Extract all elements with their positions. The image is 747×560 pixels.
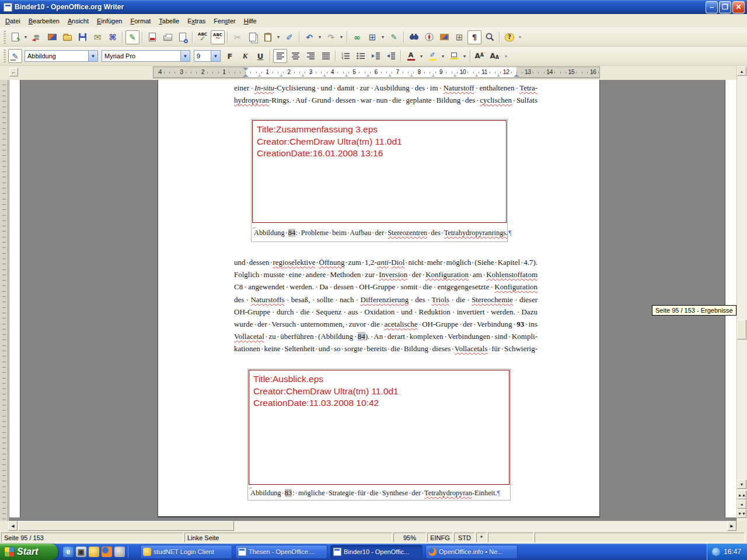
maximize-button[interactable]: ❐ (719, 1, 731, 13)
status-selection-mode-field[interactable]: STD (454, 533, 475, 542)
indent-marker-bottom[interactable] (243, 74, 249, 77)
document-page[interactable]: einer · In-situ-Cyclisierung · und · dam… (158, 80, 600, 517)
status-page-style-field[interactable]: Linke Seite (184, 533, 392, 542)
help-icon[interactable]: ? (502, 30, 516, 44)
menu-einfgen[interactable]: Einfügen (93, 15, 126, 27)
open-icon[interactable] (60, 30, 74, 44)
find-replace-icon[interactable] (407, 30, 421, 44)
edit-file-icon[interactable]: ✎ (125, 30, 139, 44)
task-button-thesen[interactable]: Thesen - OpenOffice.... (235, 545, 327, 559)
toolbar-overflow-icon[interactable]: » (517, 30, 523, 44)
eps-placeholder[interactable]: Title:Zusammenfassung 3.epsCreator:ChemD… (252, 120, 507, 223)
zoom-icon[interactable] (483, 30, 497, 44)
close-button[interactable]: ✕ (732, 1, 745, 13)
combo-dropdown-icon[interactable]: ▼ (211, 51, 220, 61)
scroll-up-icon[interactable]: ▲ (737, 66, 746, 76)
app-icon[interactable] (114, 547, 125, 557)
scroll-right-icon[interactable]: ▶ (727, 521, 736, 531)
save-icon[interactable] (75, 30, 89, 44)
paste-icon[interactable] (261, 30, 275, 44)
bold-button[interactable]: F (223, 49, 237, 63)
studnet-icon[interactable] (89, 547, 99, 557)
task-button-studnet[interactable]: studNET Login Client (140, 545, 232, 559)
paragraph[interactable]: und · dessen · regioselektive · Öffnung … (234, 256, 537, 355)
decrease-indent-icon[interactable] (369, 49, 383, 63)
menu-hilfe[interactable]: Hilfe (240, 15, 261, 27)
auto-spellcheck-icon[interactable]: ABC~ (211, 30, 225, 44)
task-button-binder10[interactable]: Binder10 - OpenOffic... (330, 545, 423, 559)
right-indent-marker[interactable] (514, 74, 519, 77)
start-button[interactable]: Start (0, 544, 58, 560)
combo-dropdown-icon[interactable]: ▼ (88, 51, 97, 61)
figure-caption[interactable]: Abbildung · 83 : · mögliche · Strategie … (250, 489, 500, 498)
menu-tabelle[interactable]: Tabelle (155, 15, 183, 27)
toolbar-grip[interactable] (3, 31, 6, 44)
copy-icon[interactable] (246, 30, 260, 44)
figure-caption[interactable]: Abbildung · 84: · Probleme · beim · Aufb… (254, 229, 512, 237)
highlighting-icon[interactable]: ✐ (425, 49, 439, 63)
align-right-icon[interactable] (303, 49, 317, 63)
underline-button[interactable]: U (253, 49, 267, 63)
draw-functions-icon[interactable]: ✎ (387, 30, 401, 44)
email-icon[interactable]: ✉ (90, 30, 104, 44)
format-paintbrush-icon[interactable]: ✐ (282, 30, 296, 44)
show-desktop-icon[interactable]: ▣ (76, 547, 86, 557)
spellcheck-icon[interactable]: ABC✓ (196, 30, 210, 44)
bullet-list-icon[interactable] (354, 49, 368, 63)
toolbar-grip[interactable] (3, 50, 6, 62)
vertical-scroll-thumb[interactable] (737, 320, 746, 340)
formatting-marks-icon[interactable]: ¶ (467, 30, 481, 44)
gallery-icon[interactable] (437, 30, 451, 44)
scroll-left-icon[interactable]: ◀ (8, 521, 18, 531)
menu-bearbeiten[interactable]: Bearbeiten (25, 15, 64, 27)
increase-font-icon[interactable]: AA˄ (473, 49, 487, 63)
numbered-list-icon[interactable]: 123 (338, 49, 352, 63)
table-dropdown-icon[interactable]: ▾ (380, 30, 386, 44)
eps-placeholder[interactable]: Title:Ausblick.epsCreator:ChemDraw Ultra… (249, 370, 509, 485)
indent-marker-top[interactable] (243, 68, 249, 71)
internet-explorer-icon[interactable]: e (63, 547, 74, 557)
previous-page-icon[interactable]: ▲▲ (737, 490, 746, 499)
new-document-icon[interactable]: ✎ (8, 30, 22, 44)
decrease-font-icon[interactable]: AA˅ (488, 49, 502, 63)
justify-icon[interactable] (319, 49, 333, 63)
undo-icon[interactable]: ↶ (302, 30, 316, 44)
menu-extras[interactable]: Extras (183, 15, 210, 27)
toolbar-overflow-icon[interactable]: » (503, 49, 509, 63)
increase-indent-icon[interactable] (384, 49, 398, 63)
background-color-dropdown-icon[interactable]: ▾ (462, 49, 467, 63)
highlighting-dropdown-icon[interactable]: ▾ (440, 49, 446, 63)
next-page-icon[interactable]: ▼▼ (737, 509, 746, 518)
horizontal-scrollbar[interactable]: ◀ ▶ (8, 521, 736, 531)
horizontal-ruler[interactable]: 432112345678910111213141516⊥⊥⊥⊥⊥⊥⊥⊥⊥⊥⊥⊥ (153, 66, 600, 78)
undo-dropdown-icon[interactable]: ▾ (317, 30, 323, 44)
redo-dropdown-icon[interactable]: ▾ (338, 30, 344, 44)
tab-type-selector[interactable]: ⌐ (9, 68, 18, 76)
figure-frame[interactable]: Title:Ausblick.epsCreator:ChemDraw Ultra… (247, 369, 511, 501)
vertical-ruler[interactable] (0, 80, 8, 521)
redo-icon[interactable]: ↷ (324, 30, 338, 44)
print-icon[interactable] (160, 30, 174, 44)
menu-ansicht[interactable]: Ansicht (64, 15, 93, 27)
tray-status-icon[interactable] (712, 548, 720, 556)
new-document-dropdown-icon[interactable]: ▾ (23, 30, 29, 44)
styles-icon[interactable]: ✎ (8, 49, 22, 63)
horizontal-scroll-thumb[interactable] (18, 521, 234, 531)
export-pdf-icon[interactable] (145, 30, 159, 44)
figure-frame[interactable]: Title:Zusammenfassung 3.epsCreator:ChemD… (251, 119, 508, 242)
paragraph-style-combo[interactable]: Abbildung ▼ (25, 50, 98, 62)
paragraph[interactable]: einer · In-situ-Cyclisierung · und · dam… (234, 82, 537, 106)
combo-dropdown-icon[interactable]: ▼ (180, 51, 190, 61)
background-color-icon[interactable] (447, 49, 461, 63)
align-left-icon[interactable] (273, 49, 287, 63)
insert-table-icon[interactable]: ⊞ (365, 30, 379, 44)
scroll-down-icon[interactable]: ▼ (737, 480, 746, 489)
navigation-dot-icon[interactable]: ● (737, 499, 746, 509)
minimize-button[interactable]: – (706, 1, 718, 13)
firefox-icon[interactable] (102, 547, 112, 557)
vertical-scrollbar[interactable]: ▲ ▼ ▲▲ ● ▼▼ (736, 66, 746, 521)
status-page-field[interactable]: Seite 95 / 153 (1, 533, 183, 542)
status-zoom-field[interactable]: 95% (393, 533, 426, 542)
navigator-icon[interactable] (422, 30, 436, 44)
taskbar-clock[interactable]: 16:47 (724, 548, 741, 556)
